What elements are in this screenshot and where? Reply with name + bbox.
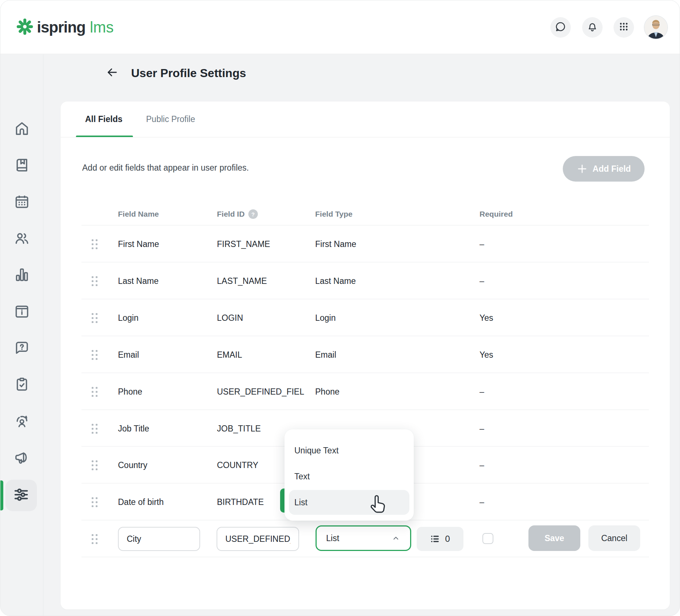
field-id-input[interactable]	[217, 527, 299, 551]
tab-all-fields[interactable]: All Fields	[85, 102, 122, 137]
field-name-cell: Last Name	[118, 263, 209, 299]
table-row: Phone USER_DEFINED_FIEL Phone –	[81, 373, 649, 410]
dropdown-item-unique-text[interactable]: Unique Text	[289, 438, 409, 463]
field-name-input[interactable]	[118, 527, 200, 551]
drag-handle[interactable]	[92, 447, 98, 483]
field-type-cell: Login	[315, 300, 469, 336]
tab-label: All Fields	[85, 114, 122, 124]
person-gauge-icon	[14, 413, 30, 430]
row-divider	[81, 557, 649, 557]
sidebar-item-help[interactable]	[0, 333, 43, 364]
required-cell: –	[480, 263, 484, 299]
required-cell: Yes	[480, 300, 493, 336]
drag-handle[interactable]	[92, 300, 98, 336]
page-title: User Profile Settings	[131, 66, 246, 80]
drag-handle[interactable]	[92, 521, 98, 557]
field-id-cell: EMAIL	[217, 336, 308, 373]
info-catalog-icon	[14, 303, 30, 321]
asterisk-flower-icon	[16, 18, 33, 37]
column-header-field-id: Field ID ?	[217, 205, 258, 223]
table-row: Last Name LAST_NAME Last Name –	[81, 263, 649, 299]
apps-button[interactable]	[614, 17, 634, 38]
add-field-label: Add Field	[593, 164, 631, 174]
sidebar	[0, 54, 43, 616]
clipboard-check-icon	[14, 376, 30, 394]
brand-logo[interactable]: ispringlms	[16, 0, 114, 54]
drag-handle[interactable]	[92, 484, 98, 520]
field-id-cell: LAST_NAME	[217, 263, 308, 299]
required-cell: –	[480, 373, 484, 410]
dropdown-item-text[interactable]: Text	[289, 464, 409, 489]
user-avatar[interactable]	[644, 15, 668, 39]
required-cell: –	[480, 226, 484, 262]
brand-name: ispring	[37, 19, 85, 36]
sidebar-item-calendar[interactable]	[0, 187, 43, 218]
dropdown-item-label: Text	[294, 472, 310, 482]
dropdown-item-label: Unique Text	[294, 446, 339, 456]
tabs-divider	[61, 137, 670, 137]
drag-handle[interactable]	[92, 263, 98, 299]
list-options-button[interactable]: 0	[417, 527, 463, 551]
tab-public-profile[interactable]: Public Profile	[146, 102, 195, 137]
sidebar-item-reports[interactable]	[0, 260, 43, 291]
list-count: 0	[445, 534, 450, 544]
sidebar-item-catalog[interactable]	[0, 296, 43, 328]
row-divider	[81, 225, 649, 225]
notifications-button[interactable]	[582, 17, 603, 38]
column-header-required: Required	[480, 205, 513, 223]
field-id-cell: FIRST_NAME	[217, 226, 308, 262]
plus-icon	[577, 163, 588, 174]
sidebar-item-performance[interactable]	[0, 406, 43, 437]
field-name-cell: Job Title	[118, 410, 209, 447]
field-name-cell: Login	[118, 300, 209, 336]
cancel-label: Cancel	[601, 533, 627, 543]
question-bubble-icon	[14, 340, 30, 357]
required-cell: –	[480, 484, 484, 520]
sidebar-item-users[interactable]	[0, 223, 43, 255]
row-divider	[81, 299, 649, 299]
field-type-cell: Phone	[315, 373, 469, 410]
field-name-cell: Email	[118, 336, 209, 373]
book-icon	[14, 157, 30, 175]
top-bar: ispringlms	[0, 0, 680, 54]
field-type-select[interactable]: List	[316, 525, 411, 551]
table-header: Field Name Field ID ? Field Type Require…	[61, 205, 670, 223]
field-name-cell: First Name	[118, 226, 209, 262]
dropdown-item-list[interactable]: List	[289, 490, 409, 515]
column-header-field-name: Field Name	[118, 205, 159, 223]
required-checkbox[interactable]	[482, 533, 493, 544]
drag-handle[interactable]	[92, 336, 98, 373]
list-bullets-icon	[430, 534, 440, 544]
save-button[interactable]: Save	[528, 525, 580, 551]
drag-handle[interactable]	[92, 373, 98, 410]
row-divider	[81, 410, 649, 410]
drag-handle[interactable]	[92, 226, 98, 262]
card-description: Add or edit fields that appear in user p…	[82, 163, 249, 173]
cancel-button[interactable]: Cancel	[588, 525, 640, 551]
row-divider	[81, 373, 649, 373]
app-window: ispringlms	[0, 0, 680, 616]
settings-card: All Fields Public Profile Add or edit fi…	[61, 102, 670, 609]
row-divider	[81, 336, 649, 336]
sidebar-item-courses[interactable]	[0, 150, 43, 182]
sidebar-item-announcements[interactable]	[0, 442, 43, 474]
tab-label: Public Profile	[146, 114, 195, 124]
add-field-button[interactable]: Add Field	[563, 156, 645, 182]
sidebar-item-home[interactable]	[0, 114, 43, 145]
sidebar-item-assignments[interactable]	[0, 369, 43, 401]
chat-button[interactable]	[550, 17, 571, 38]
field-name-cell: Country	[118, 447, 209, 483]
question-badge-icon[interactable]: ?	[248, 209, 258, 219]
calendar-icon	[14, 194, 30, 211]
required-cell: –	[480, 410, 484, 447]
apps-grid-icon	[618, 21, 630, 34]
table-row: Login LOGIN Login Yes	[81, 300, 649, 336]
sidebar-item-settings[interactable]	[5, 480, 37, 511]
column-header-field-type: Field Type	[315, 205, 352, 223]
field-id-cell: LOGIN	[217, 300, 308, 336]
chat-bubble-icon	[555, 21, 566, 34]
settings-sliders-icon	[13, 486, 30, 505]
field-type-select-value: List	[326, 533, 339, 543]
back-button[interactable]	[105, 66, 119, 80]
drag-handle[interactable]	[92, 410, 98, 447]
